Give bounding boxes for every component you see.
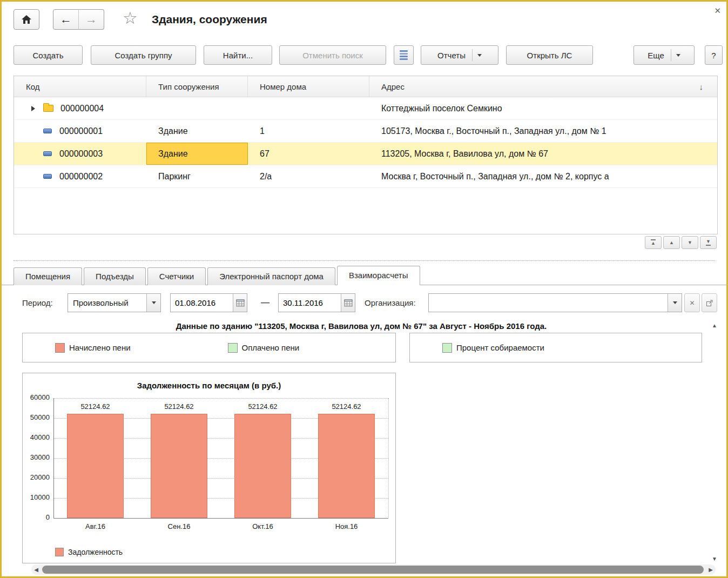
code-value: 000000002	[59, 172, 103, 182]
y-tick-label: 40000	[23, 433, 50, 441]
y-tick-label: 0	[23, 513, 50, 521]
legend-swatch	[55, 343, 65, 353]
legend-label: Процент собираемости	[456, 343, 544, 352]
bar-value-label: 52124.62	[305, 402, 388, 411]
item-icon	[43, 174, 52, 179]
table-header: Код Тип сооружения Номер дома Адрес ↓	[14, 76, 717, 97]
scroll-down-icon[interactable]: ▼	[709, 554, 720, 563]
vertical-scrollbar[interactable]: ▲ ▼	[709, 320, 720, 563]
tab-meters[interactable]: Счетчики	[147, 267, 206, 285]
table-row[interactable]: 000000001Здание1105173, Москва г., Восто…	[14, 120, 717, 143]
y-tick-label: 60000	[23, 393, 50, 401]
sort-desc-icon[interactable]: ↓	[699, 82, 704, 91]
divider	[472, 49, 473, 61]
scroll-right-icon[interactable]: ▶	[706, 564, 716, 575]
go-up-button[interactable]: ▲	[663, 236, 680, 249]
legend-item: Задолженность	[55, 548, 123, 556]
organization-dropdown-button[interactable]	[668, 294, 682, 312]
scroll-up-icon[interactable]: ▲	[709, 320, 720, 330]
cell-address: Москва г, Восточный п., Западная ул., до…	[369, 165, 717, 187]
create-group-button[interactable]: Создать группу	[91, 45, 196, 65]
expand-icon[interactable]	[31, 106, 43, 111]
date-to-field[interactable]	[278, 293, 355, 312]
bar-value-label: 52124.62	[221, 402, 305, 411]
tab-entrances[interactable]: Подъезды	[84, 267, 146, 285]
plot-right-edge	[388, 398, 389, 518]
bar-value-label: 52124.62	[137, 402, 221, 411]
help-button[interactable]: ?	[705, 45, 723, 65]
legend-swatch	[55, 548, 64, 556]
legend-swatch	[442, 343, 452, 353]
column-header-address[interactable]: Адрес ↓	[369, 76, 717, 97]
cell-building-type: Здание	[146, 143, 248, 165]
cell-house-number: 1	[248, 120, 369, 142]
find-button[interactable]: Найти...	[204, 45, 272, 65]
favorite-star-icon[interactable]: ☆	[123, 10, 138, 26]
period-dropdown-button[interactable]	[146, 294, 160, 312]
arrow-top-icon: ▲	[651, 239, 656, 246]
go-top-button[interactable]: ▲	[645, 236, 662, 249]
calendar-icon	[236, 299, 245, 307]
table-row[interactable]: 000000003Здание67113205, Москва г, Вавил…	[14, 143, 717, 165]
forward-arrow-icon: →	[85, 14, 97, 25]
create-button[interactable]: Создать	[14, 45, 83, 65]
cell-code: 000000003	[14, 143, 146, 165]
chevron-down-icon	[152, 301, 156, 304]
scroll-left-icon[interactable]: ◀	[31, 564, 41, 575]
legend-swatch	[228, 343, 238, 353]
table-row[interactable]: 000000002Паркинг2/аМосква г, Восточный п…	[14, 165, 717, 188]
period-combobox[interactable]: Произвольный	[68, 293, 161, 312]
tab-settlements[interactable]: Взаиморасчеты	[337, 266, 420, 285]
tab-passport[interactable]: Электронный паспорт дома	[207, 267, 335, 285]
reports-button[interactable]: Отчеты	[421, 45, 498, 65]
item-icon	[43, 129, 52, 133]
open-link-icon	[706, 299, 713, 307]
list-display-button[interactable]	[394, 45, 414, 65]
go-bottom-button[interactable]: ▼	[700, 236, 717, 249]
arrow-bottom-icon: ▼	[706, 239, 711, 246]
list-icon	[400, 50, 408, 60]
date-from-input[interactable]	[171, 294, 233, 312]
back-arrow-icon: ←	[60, 14, 72, 25]
address-header-label: Адрес	[381, 82, 405, 91]
list-nav-buttons: ▲ ▲ ▼ ▼	[645, 236, 717, 249]
organization-open-button[interactable]	[702, 293, 717, 312]
tab-premises[interactable]: Помещения	[14, 267, 82, 285]
chevron-down-icon	[477, 54, 482, 57]
date-from-calendar-button[interactable]	[233, 294, 247, 312]
period-value: Произвольный	[68, 294, 146, 312]
table-row[interactable]: 000000004Коттеджный поселок Семкино	[14, 97, 717, 120]
more-button[interactable]: Еще	[633, 45, 695, 65]
back-button[interactable]: ←	[53, 9, 79, 30]
organization-input[interactable]	[429, 294, 668, 312]
legend-label: Оплачено пени	[242, 343, 300, 352]
horizontal-scrollbar[interactable]: ◀ ▶	[31, 564, 716, 575]
date-from-field[interactable]	[170, 293, 247, 312]
splitter[interactable]	[14, 260, 714, 261]
legend-left: Начислено пениОплачено пени	[22, 333, 396, 362]
cancel-search-button[interactable]: Отменить поиск	[279, 45, 386, 65]
date-to-input[interactable]	[279, 294, 341, 312]
cell-house-number: 2/а	[248, 165, 369, 187]
forward-button[interactable]: →	[78, 9, 104, 30]
date-to-calendar-button[interactable]	[341, 294, 355, 312]
column-header-house-number[interactable]: Номер дома	[248, 76, 369, 97]
hscroll-thumb[interactable]	[42, 566, 704, 574]
organization-clear-button[interactable]: ✕	[684, 293, 700, 312]
cell-address: Коттеджный поселок Семкино	[369, 97, 717, 119]
calendar-icon	[344, 299, 353, 307]
item-icon	[43, 151, 52, 156]
column-header-building-type[interactable]: Тип сооружения	[146, 76, 248, 97]
bar-Авг.16	[67, 414, 124, 518]
open-ls-button[interactable]: Открыть ЛС	[506, 45, 593, 65]
go-down-button[interactable]: ▼	[682, 236, 698, 249]
date-range-dash: —	[257, 298, 273, 307]
column-header-code[interactable]: Код	[14, 76, 146, 97]
close-icon[interactable]: ✕	[714, 6, 721, 16]
bar-Ноя.16	[318, 414, 375, 518]
organization-combobox[interactable]	[428, 293, 682, 312]
home-button[interactable]	[14, 9, 39, 30]
chart-legend: Задолженность	[55, 548, 123, 556]
x-tick-label: Ноя.16	[305, 522, 388, 530]
cell-building-type: Паркинг	[146, 165, 248, 187]
